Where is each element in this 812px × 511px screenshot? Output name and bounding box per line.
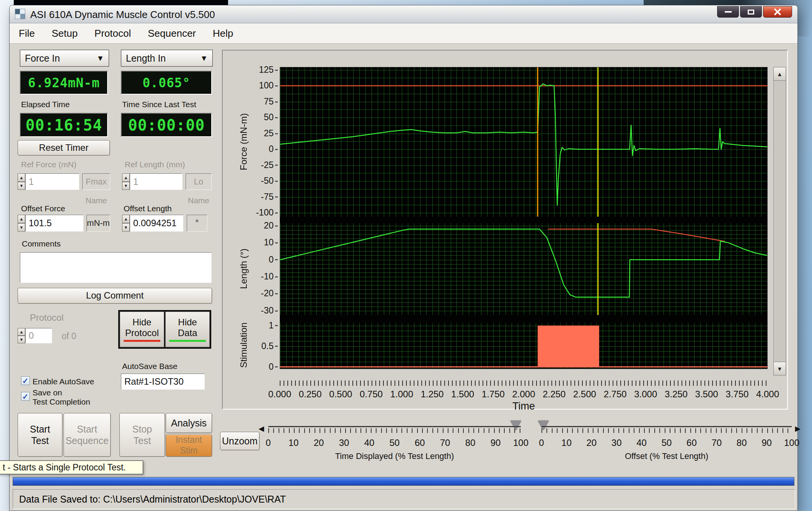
- save-on-completion-label: Save on Test Completion: [33, 388, 90, 407]
- hide-protocol-underline: [124, 340, 160, 342]
- time-displayed-slider-ticks: [268, 428, 521, 433]
- start-test-button[interactable]: Start Test: [18, 413, 62, 457]
- time-displayed-slider-label: Time Displayed (% Test Length): [268, 451, 521, 461]
- close-button[interactable]: [763, 6, 792, 18]
- dropdown-arrow-icon: ▼: [200, 54, 208, 63]
- offset-force-spinner[interactable]: ▲ ▼: [18, 215, 25, 232]
- offset-slider[interactable]: 0102030405060708090100 Offset (% Test Le…: [541, 421, 792, 464]
- offset-slider-label: Offset (% Test Length): [541, 451, 792, 461]
- ref-force-unit: Fmax: [82, 173, 110, 190]
- comments-textarea[interactable]: [20, 252, 212, 283]
- chart-panel: Force (mN-m) Length (°) Stimulation 1251…: [222, 50, 788, 410]
- enable-autosave-label: Enable AutoSave: [33, 377, 94, 386]
- ref-length-name-label: Name: [186, 196, 212, 205]
- minimize-button[interactable]: [717, 6, 739, 18]
- spin-down-icon[interactable]: ▼: [122, 223, 130, 232]
- elapsed-time-readout: 00:16:54: [20, 113, 108, 137]
- scroll-down-icon[interactable]: ▼: [773, 362, 786, 375]
- save-on-completion-checkbox[interactable]: ✓: [21, 392, 30, 401]
- spin-up-icon[interactable]: ▲: [122, 215, 130, 223]
- ref-force-spinner: ▲ ▼: [18, 173, 25, 190]
- length-yaxis-ticks: 20100-10-20-30: [255, 223, 279, 315]
- time-displayed-slider[interactable]: 0102030405060708090100 Time Displayed (%…: [268, 421, 521, 464]
- comments-label: Comments: [22, 239, 61, 248]
- stop-test-button: Stop Test: [119, 413, 165, 457]
- elapsed-time-label: Elapsed Time: [21, 100, 70, 109]
- hide-data-button-label: Hide Data: [178, 317, 197, 338]
- app-icon: [15, 9, 25, 19]
- hide-protocol-button-label: Hide Protocol: [125, 317, 159, 338]
- force-yaxis-ticks: 1251007550250-25-50-75-100: [255, 67, 279, 216]
- force-axis-title: Force (mN-m): [236, 67, 251, 216]
- menu-setup[interactable]: Setup: [52, 28, 78, 39]
- force-chart[interactable]: [280, 67, 767, 217]
- chart-scrollbar[interactable]: ▲ ▼: [773, 67, 786, 375]
- start-sequence-button: Start Sequence: [64, 413, 111, 457]
- offset-force-input[interactable]: [25, 215, 83, 232]
- slider-right-arrow-icon[interactable]: ►: [793, 423, 802, 434]
- force-readout: 6.924mN-m: [20, 71, 108, 95]
- log-comment-button[interactable]: Log Comment: [18, 288, 212, 304]
- protocol-index-input: [25, 328, 52, 343]
- spin-up-icon[interactable]: ▲: [18, 215, 25, 223]
- autosave-base-input[interactable]: [121, 374, 205, 390]
- menu-protocol[interactable]: Protocol: [95, 28, 131, 39]
- tooltip: t - Starts a Single Protocol Test.: [0, 460, 143, 474]
- offset-length-spinner[interactable]: ▲ ▼: [122, 215, 130, 232]
- autosave-base-label: AutoSave Base: [122, 362, 178, 371]
- force-in-dropdown-label: Force In: [25, 53, 60, 64]
- ref-length-spinner: ▲ ▼: [122, 173, 130, 190]
- stimulation-axis-title: Stimulation: [236, 318, 251, 372]
- enable-autosave-checkbox[interactable]: ✓: [21, 376, 30, 385]
- stimulation-chart[interactable]: [280, 323, 767, 369]
- dropdown-arrow-icon: ▼: [96, 54, 104, 63]
- hide-data-underline: [169, 340, 206, 342]
- desktop-background-strip: [14, 0, 228, 5]
- scroll-up-icon[interactable]: ▲: [773, 67, 786, 81]
- spin-up-icon: ▲: [18, 328, 25, 336]
- menu-sequencer[interactable]: Sequencer: [148, 28, 196, 39]
- hide-protocol-button[interactable]: Hide Protocol: [120, 312, 164, 347]
- slider-left-arrow-icon[interactable]: ◄: [257, 423, 266, 434]
- spin-down-icon: ▼: [122, 182, 130, 190]
- analysis-button[interactable]: Analysis: [166, 413, 212, 433]
- menu-help[interactable]: Help: [213, 28, 233, 39]
- reset-timer-button[interactable]: Reset Timer: [18, 140, 110, 155]
- offset-slider-ticks: [541, 428, 792, 433]
- maximize-button[interactable]: [740, 6, 762, 18]
- length-readout: 0.065°: [121, 71, 212, 95]
- plot-area: [280, 67, 768, 369]
- force-in-dropdown[interactable]: Force In ▼: [20, 50, 109, 67]
- window-controls: [717, 6, 792, 18]
- time-displayed-slider-track[interactable]: [268, 426, 521, 427]
- window-title: ASI 610A Dynamic Muscle Control v5.500: [30, 9, 215, 21]
- progress-bar: [13, 477, 794, 486]
- offset-length-unit: °: [187, 215, 207, 232]
- spin-down-icon[interactable]: ▼: [18, 223, 25, 232]
- offset-slider-track[interactable]: [541, 426, 792, 427]
- offset-force-label: Offset Force: [21, 204, 65, 213]
- titlebar[interactable]: ASI 610A Dynamic Muscle Control v5.500: [10, 5, 797, 23]
- status-bar: Data File Saved to: C:\Users\Administrat…: [13, 489, 795, 509]
- ref-length-label: Ref Length (mm): [125, 160, 185, 169]
- ref-force-input: [25, 173, 79, 190]
- ref-length-unit: Lo: [186, 173, 212, 190]
- minimize-icon: [725, 11, 732, 13]
- check-icon: ✓: [22, 377, 29, 385]
- length-chart[interactable]: [280, 223, 767, 315]
- protocol-of-label: of 0: [62, 331, 76, 341]
- check-icon: ✓: [22, 393, 29, 400]
- length-in-dropdown-label: Length In: [126, 53, 166, 64]
- maximize-icon: [748, 10, 754, 15]
- menu-file[interactable]: File: [19, 28, 35, 39]
- app-window: ASI 610A Dynamic Muscle Control v5.500 F…: [9, 5, 798, 511]
- length-in-dropdown[interactable]: Length In ▼: [121, 50, 213, 67]
- protocol-spinner: ▲ ▼: [18, 328, 25, 343]
- offset-length-input[interactable]: [130, 215, 183, 232]
- hide-data-button[interactable]: Hide Data: [165, 312, 210, 347]
- time-axis-tick-labels: 0.0000.2500.5000.7501.0001.2501.5001.750…: [280, 389, 768, 400]
- time-since-last-test-label: Time Since Last Test: [122, 100, 196, 109]
- unzoom-button[interactable]: Unzoom: [220, 432, 259, 450]
- stimulation-yaxis-ticks: 10.50: [255, 322, 279, 369]
- time-axis-tick-marks: [280, 380, 768, 386]
